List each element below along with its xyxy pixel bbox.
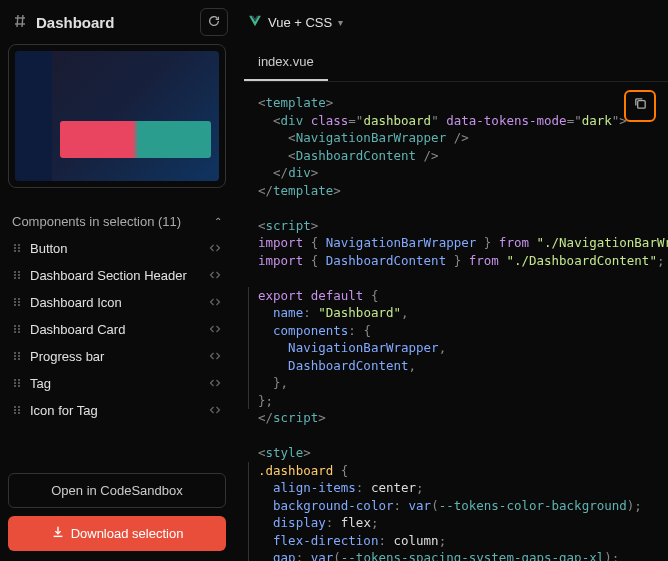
svg-rect-21 bbox=[18, 304, 20, 306]
svg-rect-42 bbox=[14, 409, 16, 411]
components-list: ButtonDashboard Section HeaderDashboard … bbox=[8, 235, 226, 424]
refresh-icon bbox=[207, 14, 221, 31]
code-line: import { DashboardContent } from "./Dash… bbox=[258, 252, 654, 270]
open-codesandbox-label: Open in CodeSandbox bbox=[51, 483, 183, 498]
drag-handle-icon bbox=[12, 405, 22, 417]
code-icon[interactable] bbox=[208, 323, 222, 337]
component-item[interactable]: Progress bar bbox=[8, 343, 226, 370]
component-item[interactable]: Dashboard Icon bbox=[8, 289, 226, 316]
svg-rect-22 bbox=[14, 325, 16, 327]
component-label: Button bbox=[30, 241, 200, 256]
download-label: Download selection bbox=[71, 526, 184, 541]
svg-rect-16 bbox=[14, 298, 16, 300]
code-line: align-items: center; bbox=[248, 479, 654, 497]
code-area[interactable]: <template> <div class="dashboard" data-t… bbox=[244, 82, 668, 561]
main: Components in selection (11) ⌃ ButtonDas… bbox=[0, 44, 668, 561]
tab-bar: index.vue bbox=[244, 44, 668, 82]
svg-rect-44 bbox=[14, 412, 16, 414]
framework-select[interactable]: Vue + CSS ▾ bbox=[240, 10, 351, 35]
code-line bbox=[258, 427, 654, 445]
hash-icon bbox=[12, 13, 28, 32]
code-line: </script> bbox=[258, 409, 654, 427]
svg-rect-39 bbox=[18, 385, 20, 387]
code-icon[interactable] bbox=[208, 296, 222, 310]
svg-rect-36 bbox=[14, 382, 16, 384]
code-icon[interactable] bbox=[208, 377, 222, 391]
svg-rect-10 bbox=[14, 271, 16, 273]
svg-rect-30 bbox=[14, 355, 16, 357]
svg-rect-15 bbox=[18, 277, 20, 279]
code-line: </div> bbox=[258, 164, 654, 182]
component-label: Progress bar bbox=[30, 349, 200, 364]
component-item[interactable]: Dashboard Card bbox=[8, 316, 226, 343]
svg-rect-35 bbox=[18, 379, 20, 381]
chevron-down-icon: ▾ bbox=[338, 17, 343, 28]
svg-rect-17 bbox=[18, 298, 20, 300]
code-line: display: flex; bbox=[248, 514, 654, 532]
refresh-button[interactable] bbox=[200, 8, 228, 36]
svg-rect-28 bbox=[14, 352, 16, 354]
framework-label: Vue + CSS bbox=[268, 15, 332, 30]
svg-rect-33 bbox=[18, 358, 20, 360]
code-icon[interactable] bbox=[208, 404, 222, 418]
svg-rect-29 bbox=[18, 352, 20, 354]
tab-index-vue[interactable]: index.vue bbox=[244, 44, 328, 81]
svg-rect-7 bbox=[18, 247, 20, 249]
code-line: DashboardContent, bbox=[248, 357, 654, 375]
drag-handle-icon bbox=[12, 378, 22, 390]
svg-rect-9 bbox=[18, 250, 20, 252]
svg-rect-27 bbox=[18, 331, 20, 333]
svg-rect-11 bbox=[18, 271, 20, 273]
right-panel: index.vue <template> <div class="dashboa… bbox=[234, 44, 668, 561]
code-line: components: { bbox=[248, 322, 654, 340]
component-item[interactable]: Tag bbox=[8, 370, 226, 397]
code-line bbox=[258, 269, 654, 287]
component-item[interactable]: Dashboard Section Header bbox=[8, 262, 226, 289]
code-content: <template> <div class="dashboard" data-t… bbox=[258, 94, 654, 561]
preview-box[interactable] bbox=[8, 44, 226, 188]
component-label: Dashboard Icon bbox=[30, 295, 200, 310]
svg-rect-40 bbox=[14, 406, 16, 408]
svg-rect-32 bbox=[14, 358, 16, 360]
components-header[interactable]: Components in selection (11) ⌃ bbox=[8, 208, 226, 235]
code-line: }, bbox=[248, 374, 654, 392]
svg-rect-18 bbox=[14, 301, 16, 303]
svg-rect-8 bbox=[14, 250, 16, 252]
code-line: <style> bbox=[258, 444, 654, 462]
svg-rect-14 bbox=[14, 277, 16, 279]
component-label: Dashboard Section Header bbox=[30, 268, 200, 283]
copy-button[interactable] bbox=[624, 90, 656, 122]
svg-rect-6 bbox=[14, 247, 16, 249]
code-line: </template> bbox=[258, 182, 654, 200]
component-label: Tag bbox=[30, 376, 200, 391]
code-icon[interactable] bbox=[208, 269, 222, 283]
component-item[interactable]: Button bbox=[8, 235, 226, 262]
drag-handle-icon bbox=[12, 351, 22, 363]
drag-handle-icon bbox=[12, 243, 22, 255]
code-line: <NavigationBarWrapper /> bbox=[258, 129, 654, 147]
code-line: }; bbox=[248, 392, 654, 410]
open-codesandbox-button[interactable]: Open in CodeSandbox bbox=[8, 473, 226, 508]
svg-line-3 bbox=[22, 15, 23, 27]
svg-rect-12 bbox=[14, 274, 16, 276]
component-item[interactable]: Icon for Tag bbox=[8, 397, 226, 424]
code-line: <div class="dashboard" data-tokens-mode=… bbox=[258, 112, 654, 130]
code-icon[interactable] bbox=[208, 242, 222, 256]
code-icon[interactable] bbox=[208, 350, 222, 364]
svg-rect-26 bbox=[14, 331, 16, 333]
components-header-label: Components in selection (11) bbox=[12, 214, 181, 229]
svg-rect-13 bbox=[18, 274, 20, 276]
component-label: Dashboard Card bbox=[30, 322, 200, 337]
svg-rect-37 bbox=[18, 382, 20, 384]
code-line: NavigationBarWrapper, bbox=[248, 339, 654, 357]
svg-rect-25 bbox=[18, 328, 20, 330]
code-line: export default { bbox=[248, 287, 654, 305]
svg-rect-24 bbox=[14, 328, 16, 330]
chevron-up-icon: ⌃ bbox=[214, 216, 222, 227]
svg-rect-4 bbox=[14, 244, 16, 246]
svg-rect-43 bbox=[18, 409, 20, 411]
download-button[interactable]: Download selection bbox=[8, 516, 226, 551]
code-line: flex-direction: column; bbox=[248, 532, 654, 550]
preview-image bbox=[15, 51, 219, 181]
download-icon bbox=[51, 525, 65, 542]
